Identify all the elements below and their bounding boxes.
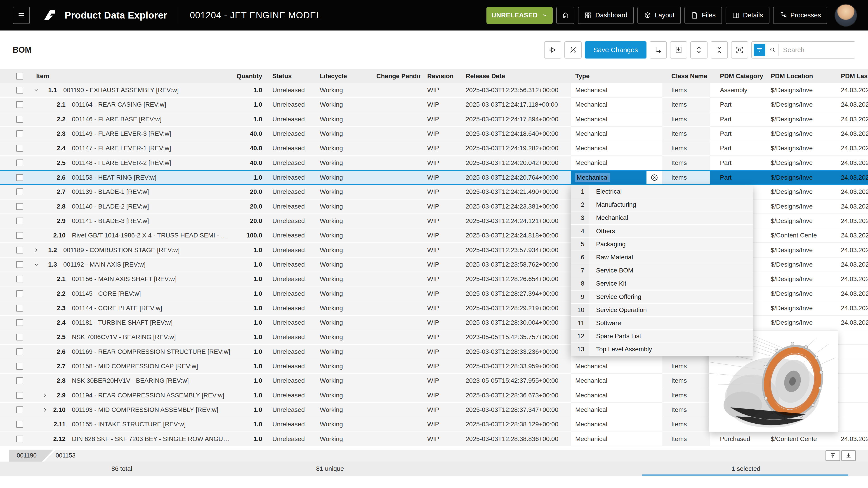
arrow-turn-button[interactable] (650, 41, 667, 59)
col-header-change[interactable]: Change Pending (360, 69, 421, 83)
cell-value: Working (320, 144, 343, 152)
clear-value-button[interactable] (647, 171, 662, 184)
fit-button[interactable] (731, 41, 748, 59)
expand-rows-button[interactable] (690, 41, 708, 59)
col-header-check[interactable] (0, 69, 29, 83)
dropdown-item-others[interactable]: 4Others (571, 225, 753, 238)
search-input[interactable] (782, 46, 840, 54)
scroll-to-bottom-button[interactable] (841, 450, 856, 461)
row-checkbox[interactable] (16, 348, 23, 355)
nav-button-processes[interactable]: Processes (773, 7, 827, 24)
send-button[interactable] (544, 41, 561, 59)
nav-button-layout[interactable]: Layout (638, 7, 681, 24)
row-checkbox[interactable] (16, 392, 23, 399)
dropdown-item-electrical[interactable]: 1Electrical (571, 185, 753, 198)
cell-check (0, 403, 29, 417)
dropdown-item-service-bom[interactable]: 7Service BOM (571, 264, 753, 277)
type-cell-editor[interactable]: Mechanical (571, 171, 662, 184)
dropdown-item-packaging[interactable]: 5Packaging (571, 238, 753, 251)
row-checkbox[interactable] (16, 160, 23, 166)
table-row-selected[interactable]: 2.6001153 - HEAT RING [REV:w]1.0Unreleas… (0, 170, 868, 185)
cell-value: Working (320, 159, 343, 166)
release-status-dropdown[interactable]: UNRELEASED (487, 7, 553, 24)
col-header-lifecycle[interactable]: Lifecycle (314, 69, 360, 83)
unlink-button[interactable] (564, 41, 582, 59)
search-scope-button[interactable] (767, 43, 778, 56)
row-checkbox[interactable] (16, 232, 23, 239)
table-row[interactable]: 2.12DIN 628 SKF - SKF 7203 BEY - SINGLE … (0, 432, 868, 447)
row-checkbox[interactable] (16, 130, 23, 137)
row-expand-chevron-right-icon[interactable] (33, 246, 40, 254)
row-checkbox[interactable] (16, 290, 23, 297)
row-checkbox[interactable] (16, 305, 23, 312)
row-checkbox[interactable] (16, 377, 23, 384)
col-header-status[interactable]: Status (262, 69, 314, 83)
cell-date: 2023-05-05T15:42:37.955+00:00 (454, 374, 571, 388)
dropdown-item-service-offering[interactable]: 9Service Offering (571, 291, 753, 304)
box-down-button[interactable] (670, 41, 687, 59)
row-checkbox[interactable] (16, 145, 23, 152)
row-checkbox[interactable] (16, 203, 23, 210)
row-checkbox[interactable] (16, 87, 23, 94)
col-header-revision[interactable]: Revision (421, 69, 454, 83)
table-row[interactable]: 2.4001147 - FLARE LEVER-1 [REV:w]40.0Unr… (0, 141, 868, 156)
nav-button-dashboard[interactable]: Dashboard (578, 7, 634, 24)
select-all-checkbox[interactable] (16, 73, 23, 79)
row-checkbox[interactable] (16, 334, 23, 340)
table-row[interactable]: 2.3001149 - FLARE LEVER-3 [REV:w]40.0Unr… (0, 127, 868, 141)
hamburger-menu-button[interactable] (13, 7, 30, 24)
table-row[interactable]: 1.1001190 - EXHAUST ASSEMBLY [REV:w]1.0U… (0, 83, 868, 98)
row-checkbox[interactable] (16, 247, 23, 254)
row-checkbox[interactable] (16, 174, 23, 181)
user-avatar[interactable] (835, 4, 857, 27)
scroll-to-top-button[interactable] (826, 450, 840, 461)
row-checkbox[interactable] (16, 435, 23, 442)
filter-button[interactable] (754, 43, 765, 56)
dropdown-item-spare-parts-list[interactable]: 12Spare Parts List (571, 330, 753, 343)
row-expand-chevron-down-icon[interactable] (33, 86, 40, 94)
cell-lifecycle: Working (314, 417, 360, 432)
save-changes-button[interactable]: Save Changes (585, 41, 647, 59)
cell-value: 24.03.2025 (841, 144, 868, 152)
table-row[interactable]: 2.5001148 - FLARE LEVER-2 [REV:w]40.0Unr… (0, 156, 868, 170)
row-expand-chevron-right-icon[interactable] (41, 392, 49, 399)
nav-button-files[interactable]: Files (684, 7, 722, 24)
col-header-last[interactable]: PDM Last Modified (836, 69, 868, 83)
row-expand-chevron-down-icon[interactable] (33, 261, 40, 268)
row-checkbox[interactable] (16, 261, 23, 268)
dropdown-item-raw-material[interactable]: 6Raw Material (571, 251, 753, 264)
cell-last: 24.03.2025 (836, 171, 868, 184)
dropdown-item-service-kit[interactable]: 8Service Kit (571, 277, 753, 290)
col-header-cls[interactable]: Class Name (662, 69, 710, 83)
table-row[interactable]: 2.2001146 - FLARE BASE [REV:w]1.0Unrelea… (0, 112, 868, 127)
row-checkbox[interactable] (16, 275, 23, 283)
nav-button-details[interactable]: Details (725, 7, 770, 24)
dropdown-item-service-operation[interactable]: 10Service Operation (571, 304, 753, 317)
col-header-category[interactable]: PDM Category (710, 69, 765, 83)
col-header-type[interactable]: Type (571, 69, 662, 83)
cell-date: 2025-03-03T12:28:33.236+00:00 (454, 345, 571, 359)
row-expand-chevron-right-icon[interactable] (41, 406, 49, 414)
tab-001190[interactable]: 001190 (9, 450, 53, 462)
row-checkbox[interactable] (16, 101, 23, 108)
cell-value: $/Designs/Inve (771, 261, 813, 268)
collapse-rows-button[interactable] (711, 41, 728, 59)
row-checkbox[interactable] (16, 116, 23, 123)
row-checkbox[interactable] (16, 218, 23, 224)
row-checkbox[interactable] (16, 421, 23, 428)
dropdown-item-top-level-assembly[interactable]: 13Top Level Assembly (571, 343, 753, 356)
dropdown-item-software[interactable]: 11Software (571, 317, 753, 330)
tab-001153[interactable]: 001153 (56, 450, 75, 462)
col-header-date[interactable]: Release Date (454, 69, 571, 83)
row-checkbox[interactable] (16, 406, 23, 413)
table-row[interactable]: 2.1001164 - REAR CASING [REV:w]1.0Unrele… (0, 98, 868, 112)
row-checkbox[interactable] (16, 319, 23, 326)
col-header-qty[interactable]: Quantity (235, 69, 262, 83)
row-checkbox[interactable] (16, 363, 23, 369)
dropdown-item-mechanical[interactable]: 3Mechanical (571, 212, 753, 225)
home-button[interactable] (556, 7, 575, 24)
row-checkbox[interactable] (16, 188, 23, 195)
col-header-item[interactable]: Item (29, 69, 235, 83)
col-header-location[interactable]: PDM Location (765, 69, 836, 83)
dropdown-item-manufacturing[interactable]: 2Manufacturing (571, 198, 753, 212)
